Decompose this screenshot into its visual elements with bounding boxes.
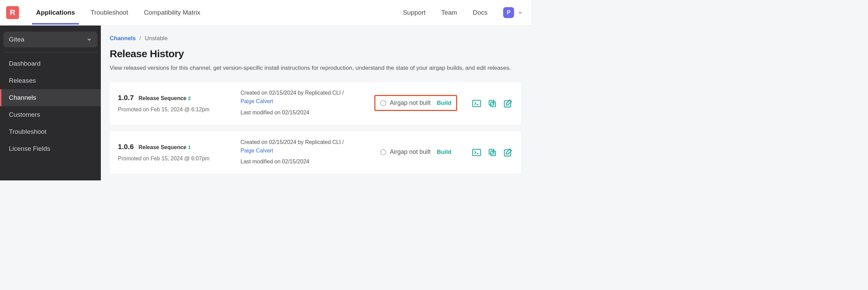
release-card: 1.0.7Release Sequence 2Promoted on Feb 1… — [110, 82, 521, 124]
breadcrumb-current: Unstable — [145, 35, 168, 42]
nav-support[interactable]: Support — [403, 9, 426, 16]
page-title: Release History — [110, 48, 521, 60]
edit-icon[interactable] — [503, 99, 513, 108]
nav-compat-matrix[interactable]: Compatibility Matrix — [144, 1, 200, 25]
airgap-build-button[interactable]: Build — [437, 149, 451, 156]
airgap-status-text: Airgap not built — [390, 148, 431, 156]
chevron-down-icon — [517, 10, 523, 15]
chevron-down-icon — [87, 37, 92, 42]
svg-rect-2 — [491, 102, 495, 107]
release-promoted: Promoted on Feb 15, 2024 @ 6:12pm — [118, 107, 241, 113]
copy-icon[interactable] — [487, 99, 497, 108]
airgap-status: Airgap not builtBuild — [374, 95, 457, 111]
airgap-status: Airgap not builtBuild — [375, 145, 456, 159]
topbar: R Applications Troubleshoot Compatibilit… — [0, 0, 531, 26]
status-circle-icon — [380, 100, 386, 106]
release-promoted: Promoted on Feb 15, 2024 @ 6:07pm — [118, 156, 241, 162]
breadcrumb-sep: / — [139, 35, 141, 42]
breadcrumb-channels[interactable]: Channels — [110, 35, 136, 42]
release-sequence-label: Release Sequence — [139, 144, 188, 150]
release-sequence-number[interactable]: 1 — [188, 144, 191, 150]
nav-applications[interactable]: Applications — [36, 1, 75, 25]
sidebar-item-troubleshoot[interactable]: Troubleshoot — [0, 123, 101, 140]
airgap-status-text: Airgap not built — [390, 99, 431, 107]
release-meta: Created on 02/15/2024 by Replicated CLI … — [241, 89, 367, 117]
top-nav: Applications Troubleshoot Compatibility … — [36, 1, 403, 25]
airgap-status-cell: Airgap not builtBuild — [367, 95, 465, 111]
svg-rect-0 — [472, 100, 480, 107]
release-created: Created on 02/15/2024 by Replicated CLI … — [241, 89, 367, 97]
svg-rect-13 — [505, 150, 511, 156]
release-card: 1.0.6Release Sequence 1Promoted on Feb 1… — [110, 131, 521, 174]
main-content: Channels / Unstable Release History View… — [101, 26, 531, 180]
nav-team[interactable]: Team — [441, 9, 457, 16]
divider — [3, 52, 97, 52]
release-last-modified: Last modified on 02/15/2024 — [241, 109, 367, 117]
release-summary: 1.0.6Release Sequence 1Promoted on Feb 1… — [118, 143, 241, 162]
release-actions — [465, 148, 513, 157]
release-list: 1.0.7Release Sequence 2Promoted on Feb 1… — [110, 82, 521, 174]
sidebar: Gitea Dashboard Releases Channels Custom… — [0, 26, 101, 180]
airgap-build-button[interactable]: Build — [437, 100, 451, 107]
airgap-status-cell: Airgap not builtBuild — [367, 145, 465, 159]
nav-docs[interactable]: Docs — [473, 9, 487, 16]
app-logo[interactable]: R — [6, 6, 19, 19]
sidebar-item-channels[interactable]: Channels — [0, 89, 101, 106]
release-created: Created on 02/15/2024 by Replicated CLI … — [241, 138, 367, 147]
user-menu[interactable]: P — [503, 7, 523, 18]
nav-troubleshoot[interactable]: Troubleshoot — [91, 1, 128, 25]
app-selector[interactable]: Gitea — [3, 32, 97, 47]
release-actions — [465, 99, 513, 108]
release-meta: Created on 02/15/2024 by Replicated CLI … — [241, 138, 367, 166]
release-last-modified: Last modified on 02/15/2024 — [241, 158, 367, 166]
svg-rect-10 — [489, 149, 494, 154]
svg-rect-6 — [505, 100, 511, 107]
copy-icon[interactable] — [487, 148, 497, 157]
release-summary: 1.0.7Release Sequence 2Promoted on Feb 1… — [118, 94, 241, 113]
status-circle-icon — [380, 149, 386, 155]
release-version: 1.0.7 — [118, 94, 134, 102]
sidebar-item-releases[interactable]: Releases — [0, 72, 101, 89]
sidebar-item-customers[interactable]: Customers — [0, 106, 101, 123]
install-instructions-icon[interactable] — [472, 99, 481, 108]
release-author-link[interactable]: Paige Calvert — [241, 98, 273, 104]
page-description: View released versions for this channel,… — [110, 64, 518, 72]
release-version: 1.0.6 — [118, 143, 134, 151]
edit-icon[interactable] — [503, 148, 513, 157]
sidebar-item-dashboard[interactable]: Dashboard — [0, 55, 101, 72]
svg-rect-3 — [489, 100, 494, 105]
avatar: P — [503, 7, 514, 18]
release-sequence-number[interactable]: 2 — [188, 95, 191, 101]
release-sequence-label: Release Sequence — [139, 95, 188, 101]
breadcrumb: Channels / Unstable — [110, 35, 521, 42]
svg-rect-7 — [472, 149, 480, 156]
sidebar-item-license-fields[interactable]: License Fields — [0, 140, 101, 157]
top-right: Support Team Docs P — [403, 7, 523, 18]
app-selector-label: Gitea — [9, 36, 24, 43]
release-author-link[interactable]: Paige Calvert — [241, 148, 273, 154]
svg-rect-9 — [491, 151, 495, 156]
install-instructions-icon[interactable] — [472, 148, 481, 157]
